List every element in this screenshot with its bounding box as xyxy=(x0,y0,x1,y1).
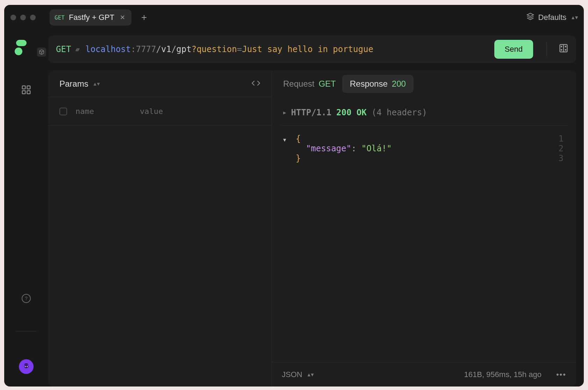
environment-label: Defaults xyxy=(538,13,567,22)
line-number: 1 xyxy=(554,134,568,144)
response-footer: JSON ▲▼ 161B, 956ms, 15h ago ••• xyxy=(272,362,576,387)
svg-point-7 xyxy=(24,366,26,367)
sidebar-divider xyxy=(16,331,37,331)
panel-layout-icon[interactable] xyxy=(559,43,568,55)
chevron-updown-icon: ▲▼ xyxy=(571,15,578,20)
svg-point-13 xyxy=(561,50,562,50)
titlebar: GET Fastfy + GPT ✕ + Defaults ▲▼ xyxy=(4,5,584,30)
maximize-window-button[interactable] xyxy=(30,15,36,20)
chevron-updown-icon: ▲▼ xyxy=(307,372,314,377)
json-value: "Olá!" xyxy=(361,144,392,153)
triangle-right-icon: ▶ xyxy=(283,110,286,115)
json-brace-close: } xyxy=(296,153,301,163)
svg-rect-5 xyxy=(27,91,30,94)
right-panel-tabs: Request GET Response 200 xyxy=(272,71,576,97)
panels: Params ▲▼ name value xyxy=(48,71,576,387)
help-icon[interactable]: ? xyxy=(22,294,31,303)
status-line[interactable]: ▶ HTTP/1.1 200 OK (4 headers) xyxy=(280,108,568,125)
app-logo[interactable] xyxy=(15,40,29,55)
svg-point-12 xyxy=(565,46,566,47)
tab-request-label: Request xyxy=(283,79,314,89)
cube-icon[interactable] xyxy=(37,48,46,57)
layers-icon xyxy=(526,13,534,22)
minimize-window-button[interactable] xyxy=(20,15,26,20)
sidebar: ? xyxy=(4,30,48,387)
svg-rect-3 xyxy=(27,86,30,89)
svg-point-14 xyxy=(565,50,566,50)
tab-request-method: GET xyxy=(318,79,336,89)
format-selector[interactable]: JSON ▲▼ xyxy=(282,370,313,379)
close-tab-button[interactable]: ✕ xyxy=(119,14,127,21)
collections-icon[interactable] xyxy=(21,85,31,96)
svg-marker-0 xyxy=(527,13,533,16)
method-selector[interactable]: GET ▲▼ xyxy=(56,44,78,54)
url-bar: GET ▲▼ localhost:7777/v1/gpt?question=Ju… xyxy=(48,36,576,63)
url-host: localhost xyxy=(85,44,131,54)
tab-method-badge: GET xyxy=(55,14,65,21)
url-input[interactable]: localhost:7777/v1/gpt?question=Just say … xyxy=(85,44,373,54)
chevron-updown-icon: ▲▼ xyxy=(93,81,100,87)
url-path-1: gpt xyxy=(176,44,191,54)
triangle-down-icon[interactable]: ▼ xyxy=(283,137,286,143)
line-number: 2 xyxy=(554,144,568,153)
line-number: 3 xyxy=(554,153,568,163)
headers-count: (4 headers) xyxy=(372,108,427,117)
params-select-all[interactable] xyxy=(59,108,67,115)
environment-selector[interactable]: Defaults ▲▼ xyxy=(526,13,578,22)
left-panel-tabs: Params ▲▼ xyxy=(48,71,272,97)
tab-response[interactable]: Response 200 xyxy=(342,75,414,93)
urlbar-divider xyxy=(546,42,547,56)
column-name: name xyxy=(76,107,131,116)
method-label: GET xyxy=(56,44,71,54)
svg-rect-4 xyxy=(22,91,26,94)
url-path-0: v1 xyxy=(161,44,171,54)
format-label: JSON xyxy=(282,370,302,379)
json-colon: : xyxy=(351,144,356,153)
content-area: GET ▲▼ localhost:7777/v1/gpt?question=Ju… xyxy=(48,30,584,387)
params-header-row: name value xyxy=(48,97,272,126)
column-value: value xyxy=(140,107,163,116)
tab-response-label: Response xyxy=(350,79,388,89)
url-port: 7777 xyxy=(136,44,156,54)
window-controls xyxy=(10,15,36,20)
close-window-button[interactable] xyxy=(10,15,16,20)
response-body: ▶ HTTP/1.1 200 OK (4 headers) ▼ { 1 xyxy=(272,97,576,362)
json-brace-open: { xyxy=(296,134,301,144)
protocol: HTTP/1.1 xyxy=(291,108,331,117)
send-button[interactable]: Send xyxy=(494,40,533,59)
json-key: "message" xyxy=(306,144,351,153)
svg-point-11 xyxy=(561,46,562,47)
more-icon[interactable]: ••• xyxy=(556,370,566,379)
url-param-name: question xyxy=(196,44,237,54)
response-panel: Request GET Response 200 ▶ HTTP/1.1 200 … xyxy=(272,71,576,387)
svg-point-8 xyxy=(27,366,28,367)
tab-request[interactable]: Request GET xyxy=(283,75,336,92)
tab-params[interactable]: Params ▲▼ xyxy=(59,75,99,92)
chevron-updown-icon: ▲▼ xyxy=(75,46,78,52)
app-window: GET Fastfy + GPT ✕ + Defaults ▲▼ xyxy=(4,5,584,387)
url-param-value: Just say hello in portugue xyxy=(242,44,373,54)
response-meta: 161B, 956ms, 15h ago xyxy=(464,370,542,379)
json-viewer: ▼ { 1 "message": "Olá!" 2 xyxy=(280,134,568,163)
code-icon[interactable] xyxy=(251,79,260,89)
new-tab-button[interactable]: + xyxy=(141,12,147,23)
svg-rect-2 xyxy=(22,86,26,89)
avatar[interactable] xyxy=(19,359,34,374)
tab-title: Fastfy + GPT xyxy=(69,13,114,22)
params-panel: Params ▲▼ name value xyxy=(48,71,272,387)
request-tab[interactable]: GET Fastfy + GPT ✕ xyxy=(50,9,131,26)
tab-params-label: Params xyxy=(59,79,88,89)
tab-response-code: 200 xyxy=(392,79,406,89)
status-code-text: 200 OK xyxy=(336,108,367,117)
